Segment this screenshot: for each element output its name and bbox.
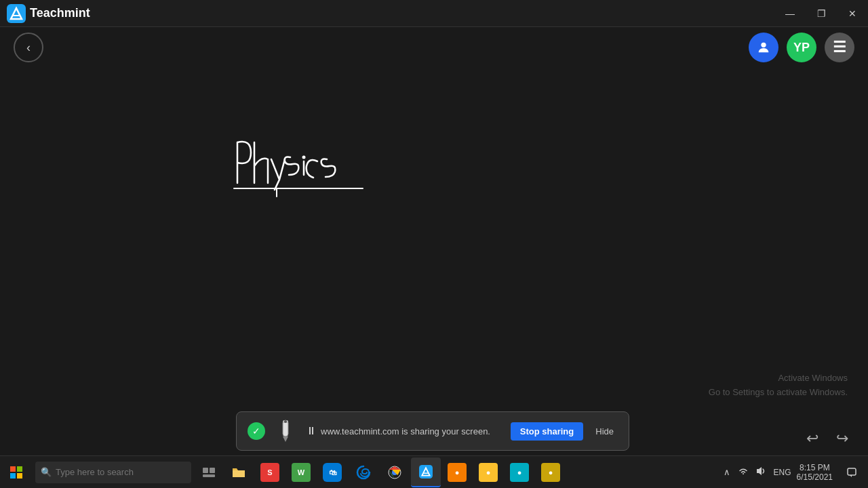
drawing-toolbar: ↩ ↪	[800, 426, 854, 451]
icon-label: S	[267, 468, 272, 476]
speech-bubble-icon	[847, 468, 856, 477]
sharing-banner-text: ⏸ www.teachmint.com is sharing your scre…	[306, 425, 502, 437]
search-icon: 🔍	[41, 467, 52, 477]
physics-handwriting	[203, 102, 441, 203]
close-button[interactable]: ✕	[837, 0, 868, 27]
stop-sharing-button[interactable]: Stop sharing	[511, 422, 583, 441]
volume-icon[interactable]	[753, 464, 768, 481]
search-input[interactable]	[56, 467, 164, 477]
wifi-icon	[738, 467, 748, 475]
icon-label: W	[298, 468, 304, 476]
edge-browser-icon	[356, 465, 371, 480]
minimize-button[interactable]: —	[774, 0, 806, 27]
clock-time: 8:15 PM	[800, 463, 830, 472]
notification-icon[interactable]	[841, 456, 863, 489]
svg-point-4	[302, 156, 306, 159]
svg-rect-12	[17, 466, 22, 472]
screen-sharing-banner: ✓ ⏸ www.teachmint.com is sharing your sc…	[236, 411, 629, 451]
icon-label: ●	[549, 468, 553, 476]
chrome-icon[interactable]	[380, 458, 410, 487]
app-icon-dark-yellow[interactable]: ●	[536, 458, 566, 487]
app-icon-blue-store[interactable]: 🛍	[317, 458, 347, 487]
pen-icon-area	[273, 419, 298, 443]
title-bar: Teachmint — ❐ ✕	[0, 0, 868, 27]
app-icon-red[interactable]: S	[255, 458, 285, 487]
app-header: ‹ YP ☰	[0, 27, 868, 68]
app-logo: Teachmint	[7, 4, 90, 23]
chevron-up-icon[interactable]: ∧	[721, 464, 733, 480]
teachmint-taskbar-icon[interactable]	[411, 458, 441, 487]
svg-rect-2	[13, 15, 20, 16]
clock-area[interactable]: 8:15 PM 6/15/2021	[797, 463, 838, 482]
teachmint-small-icon	[419, 465, 433, 479]
yp-avatar-label: YP	[793, 41, 810, 55]
redo-button[interactable]: ↪	[830, 426, 854, 451]
language-indicator[interactable]: ENG	[771, 464, 794, 480]
svg-rect-14	[17, 473, 22, 479]
icon-label: ●	[486, 468, 491, 476]
network-icon[interactable]	[736, 464, 751, 480]
icon-label: ●	[517, 468, 522, 476]
taskbar-search[interactable]: 🔍	[35, 462, 191, 483]
svg-marker-8	[283, 436, 288, 442]
menu-icon: ☰	[833, 39, 846, 56]
svg-rect-15	[203, 468, 208, 473]
system-tray: ∧ ENG 8:15 PM 6/15/2021	[721, 456, 868, 489]
back-button[interactable]: ‹	[14, 33, 43, 62]
speaker-icon	[756, 466, 766, 476]
clock-date: 6/15/2021	[797, 472, 833, 482]
task-view-button[interactable]	[194, 458, 224, 487]
icon-label: ●	[455, 468, 460, 476]
svg-rect-13	[10, 473, 16, 479]
menu-button[interactable]: ☰	[825, 33, 854, 62]
app-icon-orange[interactable]: ●	[442, 458, 472, 487]
watermark-line2: Go to Settings to activate Windows.	[709, 386, 848, 400]
undo-button[interactable]: ↩	[800, 426, 825, 451]
title-bar-controls: — ❐ ✕	[774, 0, 868, 27]
hide-button[interactable]: Hide	[591, 424, 618, 439]
language-label: ENG	[774, 468, 791, 477]
pause-icon: ⏸	[306, 425, 317, 437]
windows-watermark: Activate Windows Go to Settings to activ…	[709, 371, 848, 400]
windows-logo-icon	[10, 466, 22, 479]
svg-rect-16	[210, 468, 215, 473]
svg-rect-24	[848, 468, 856, 475]
taskbar: 🔍 S W �	[0, 455, 868, 488]
yp-avatar-button[interactable]: YP	[787, 33, 816, 62]
edge-icon[interactable]	[349, 458, 378, 487]
app-icon-teal[interactable]: ●	[505, 458, 534, 487]
app-icon-green[interactable]: W	[286, 458, 316, 487]
icon-label: 🛍	[329, 468, 336, 476]
svg-point-3	[761, 43, 766, 47]
person-icon	[756, 40, 771, 55]
user-icon-button[interactable]	[749, 33, 778, 62]
title-bar-left: Teachmint	[0, 4, 90, 23]
header-right: YP ☰	[749, 33, 854, 62]
watermark-line1: Activate Windows	[709, 371, 848, 386]
taskbar-app-icons: S W 🛍	[224, 458, 566, 487]
teachmint-logo-icon	[7, 4, 26, 23]
file-explorer-icon[interactable]	[224, 458, 254, 487]
task-view-icon	[203, 468, 215, 477]
app-name: Teachmint	[30, 6, 90, 20]
maximize-button[interactable]: ❐	[806, 0, 837, 27]
sharing-message: www.teachmint.com is sharing your screen…	[321, 426, 490, 436]
svg-rect-17	[203, 474, 215, 477]
folder-icon	[231, 466, 246, 479]
start-button[interactable]	[0, 456, 33, 489]
check-icon: ✓	[248, 422, 265, 440]
svg-rect-11	[10, 466, 16, 472]
pen-icon	[276, 419, 295, 443]
app-icon-yellow[interactable]: ●	[473, 458, 503, 487]
svg-rect-22	[423, 472, 428, 473]
svg-point-10	[284, 420, 287, 423]
chrome-browser-icon	[387, 465, 402, 480]
svg-marker-23	[757, 467, 762, 475]
